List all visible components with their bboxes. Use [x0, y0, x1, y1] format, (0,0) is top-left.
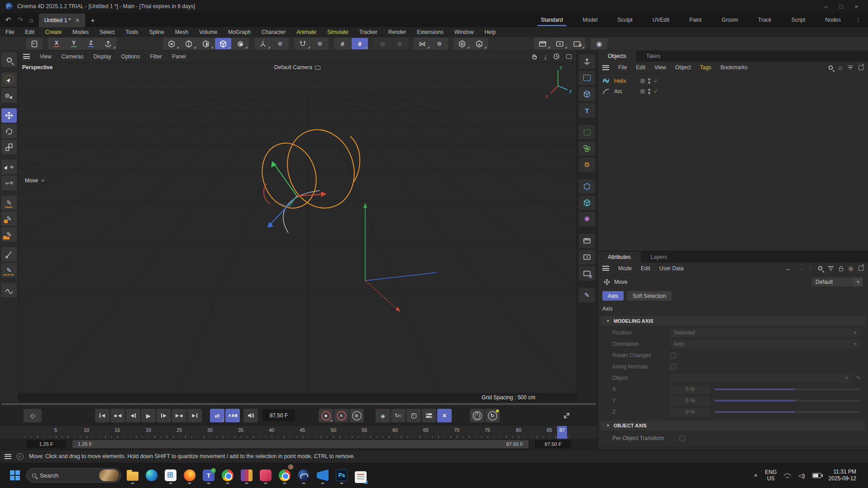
search-daily-image[interactable]: [99, 469, 119, 481]
prev-key-button[interactable]: ◆◀: [110, 409, 125, 422]
multi-transform-tool[interactable]: ◖◗✛: [1, 176, 17, 190]
vp-menu-cameras[interactable]: Cameras: [62, 53, 84, 60]
wifi-icon[interactable]: [784, 473, 791, 478]
camera-play-icon[interactable]: [579, 250, 595, 264]
battery-icon[interactable]: [812, 473, 821, 478]
goto-start-button[interactable]: ◀: [95, 409, 110, 422]
current-frame-field[interactable]: 87.50 F: [262, 410, 295, 421]
tab-objects[interactable]: Objects: [598, 51, 636, 62]
new-tab-button[interactable]: +: [85, 13, 100, 27]
record-keyframe-button[interactable]: ◆: [319, 409, 333, 422]
move-tool[interactable]: [1, 108, 17, 123]
taskbar-photos-app[interactable]: [258, 465, 273, 485]
objects-search-icon[interactable]: [828, 65, 832, 69]
x-axis-lock-button[interactable]: X: [48, 38, 65, 49]
menu-extensions[interactable]: Extensions: [417, 29, 444, 35]
volume-icon[interactable]: [579, 179, 595, 194]
om-bookmarks[interactable]: Bookmarks: [720, 64, 748, 71]
camera-rotate-record-button[interactable]: ↻: [485, 409, 500, 422]
snap-magnet-icon[interactable]: [295, 38, 311, 49]
eyedropper-icon[interactable]: ✎: [856, 375, 861, 381]
goto-end-button[interactable]: ▶: [187, 409, 202, 422]
x-slider[interactable]: [715, 388, 861, 390]
z-axis-lock-button[interactable]: Z: [83, 38, 99, 49]
vp-menu-display[interactable]: Display: [93, 53, 111, 60]
annotate-pencil-icon[interactable]: ✎: [579, 288, 595, 302]
interactive-render-icon[interactable]: ◉: [591, 38, 607, 49]
snap-settings-gear-icon[interactable]: ⚙: [312, 38, 328, 49]
taskbar-file-explorer[interactable]: [125, 465, 140, 485]
plane-cut-tool[interactable]: ✎: [1, 263, 17, 277]
taskbar-search[interactable]: Search: [26, 468, 121, 483]
generator-gear-icon[interactable]: ⚙: [579, 158, 595, 172]
tweak-settings-tool[interactable]: ⚙: [1, 88, 17, 103]
field-icon[interactable]: ✱: [579, 212, 595, 226]
taskbar-firefox[interactable]: [182, 465, 197, 485]
om-object[interactable]: Object: [675, 64, 691, 71]
modeling-axis-header[interactable]: ▼ MODELING AXIS: [601, 316, 865, 326]
toggle-panel-icon[interactable]: [566, 54, 572, 59]
axis-tab-button[interactable]: Axis: [602, 291, 624, 301]
loop-mode-button[interactable]: ⇄: [210, 409, 224, 422]
tab-layers[interactable]: Layers: [641, 252, 677, 263]
taskbar-winrar[interactable]: [239, 465, 254, 485]
modeling-pen-tool[interactable]: ✎: [1, 227, 17, 242]
om-file[interactable]: File: [618, 64, 627, 71]
virtual-mouse-button[interactable]: [470, 409, 484, 422]
soft-selection-tab-button[interactable]: Soft Selection: [627, 291, 672, 301]
keying-settings-button[interactable]: ⚙: [349, 409, 364, 422]
menu-tools[interactable]: Tools: [125, 29, 138, 35]
next-frame-button[interactable]: ▶: [157, 409, 171, 422]
am-edit[interactable]: Edit: [641, 265, 650, 272]
hexagon-center-icon[interactable]: [454, 38, 470, 49]
line-cut-tool[interactable]: [1, 247, 17, 262]
objects-popout-icon[interactable]: [858, 65, 863, 70]
pan-hand-icon[interactable]: [531, 53, 538, 60]
close-tab-icon[interactable]: ✕: [75, 17, 80, 24]
menu-mograph[interactable]: MoGraph: [228, 29, 251, 35]
axis-settings-gear-icon[interactable]: ⚙: [272, 38, 288, 49]
per-object-transform-checkbox[interactable]: [679, 435, 685, 441]
autokey-button[interactable]: A: [334, 409, 348, 422]
menu-character[interactable]: Character: [262, 29, 286, 35]
history-clock-icon[interactable]: [553, 53, 560, 60]
move-axes-icon[interactable]: [579, 54, 595, 69]
tray-expand-icon[interactable]: ∧: [754, 473, 758, 478]
key-position-button[interactable]: ◈: [376, 409, 390, 422]
motion-clip-icon[interactable]: [579, 234, 595, 248]
viewport-scrollbar[interactable]: [0, 402, 597, 406]
more-layouts-icon[interactable]: ⋮: [851, 13, 865, 27]
layout-tab-script[interactable]: Script: [782, 13, 816, 27]
visibility-dots-icon[interactable]: [648, 89, 650, 94]
autokey-display-button[interactable]: A: [225, 409, 240, 422]
start-button[interactable]: [7, 468, 23, 483]
layout-tab-groom[interactable]: Groom: [711, 13, 748, 27]
z-slider[interactable]: [715, 411, 861, 413]
om-tags[interactable]: Tags: [700, 64, 711, 71]
scale-tool[interactable]: [1, 140, 17, 154]
edges-mode-icon[interactable]: [181, 38, 197, 49]
taskbar-photoshop[interactable]: Ps: [334, 465, 349, 485]
render-view-icon[interactable]: [534, 38, 551, 49]
layout-tab-uvedit[interactable]: UVEdit: [643, 13, 679, 27]
spline-smooth-tool[interactable]: [1, 283, 17, 297]
menu-tracker[interactable]: Tracker: [359, 29, 377, 35]
attributes-popout-icon[interactable]: [858, 266, 863, 271]
object-axis-header[interactable]: ▼ OBJECT AXIS: [601, 421, 865, 431]
object-row-helix[interactable]: Helix ✓: [598, 76, 868, 86]
expand-timeline-button[interactable]: [559, 409, 574, 422]
render-settings-icon[interactable]: ⚙: [569, 38, 585, 49]
range-slider[interactable]: 1.25 F 87.50 F: [72, 440, 529, 448]
menu-modes[interactable]: Modes: [72, 29, 89, 35]
menu-render[interactable]: Render: [388, 29, 406, 35]
taskbar-cinema4d[interactable]: [296, 465, 311, 485]
menu-window[interactable]: Window: [454, 29, 474, 35]
om-edit[interactable]: Edit: [636, 64, 645, 71]
volume-icon[interactable]: ◁): [798, 472, 805, 479]
hexagon-auto-icon[interactable]: A: [471, 38, 487, 49]
attributes-menu-icon[interactable]: [602, 266, 609, 271]
menu-animate[interactable]: Animate: [296, 29, 316, 35]
object-name[interactable]: Arc: [614, 88, 638, 95]
workplane-grid-icon[interactable]: #: [334, 38, 351, 49]
instance-icon[interactable]: [579, 125, 595, 139]
